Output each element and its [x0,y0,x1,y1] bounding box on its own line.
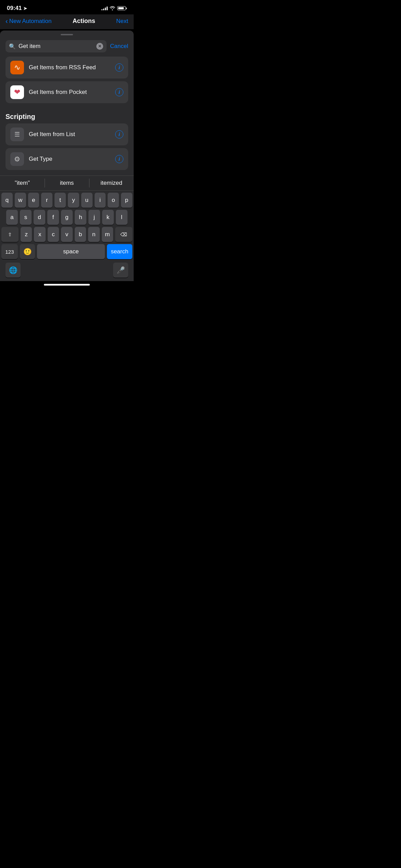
sheet-handle [0,31,134,37]
autocomplete-suggestion-2[interactable]: items [45,176,89,190]
bottom-keyboard-row: 🌐 🎤 [0,261,134,281]
search-input[interactable] [19,43,94,50]
key-f[interactable]: f [47,210,59,225]
keyboard-row-2: a s d f g h j k l [0,208,134,225]
key-i[interactable]: i [95,193,106,208]
results-list: ∿ Get Items from RSS Feed i ❤ Get Items … [0,57,134,109]
key-c[interactable]: c [48,227,59,242]
autocomplete-suggestion-3[interactable]: itemized [89,176,134,190]
key-x[interactable]: x [34,227,45,242]
cancel-button[interactable]: Cancel [110,43,128,50]
list-item[interactable]: ☰ Get Item from List i [5,123,128,145]
gear-icon: ⚙ [14,155,20,163]
gear-app-icon: ⚙ [10,152,24,166]
key-s[interactable]: s [20,210,32,225]
emoji-key[interactable]: 🙂 [20,244,35,259]
pocket-app-icon: ❤ [10,85,24,99]
search-key[interactable]: search [107,244,132,259]
search-icon: 🔍 [9,43,16,50]
location-icon: ➤ [23,6,27,11]
globe-icon[interactable]: 🌐 [5,263,21,278]
page-title: Actions [73,17,95,25]
autocomplete-suggestion-1[interactable]: "item" [0,176,45,190]
pocket-icon: ❤ [14,88,20,97]
microphone-icon[interactable]: 🎤 [113,263,128,278]
keyboard: q w e r t y u i o p a s d f g h j k l ⇧ … [0,191,134,281]
key-e[interactable]: e [28,193,39,208]
keyboard-row-4: 123 🙂 space search [0,242,134,261]
key-d[interactable]: d [34,210,45,225]
nav-header: ‹ New Automation Actions Next [0,14,134,29]
list-icon: ☰ [14,131,20,138]
search-bar: 🔍 ✕ Cancel [0,37,134,57]
key-j[interactable]: j [88,210,100,225]
keyboard-row-3: ⇧ z x c v b n m ⌫ [0,225,134,242]
chevron-left-icon: ‹ [5,17,8,25]
home-indicator [0,281,134,287]
action-label: Get Items from RSS Feed [29,64,115,71]
rss-app-icon: ∿ [10,61,24,74]
keyboard-row-1: q w e r t y u i o p [0,191,134,208]
status-time: 09:41 ➤ [7,5,27,12]
status-icons [101,6,127,10]
action-sheet: 🔍 ✕ Cancel ∿ Get Items from RSS Feed i ❤… [0,31,134,176]
search-input-wrapper[interactable]: 🔍 ✕ [5,40,107,52]
status-bar: 09:41 ➤ [0,0,134,14]
key-r[interactable]: r [41,193,52,208]
rss-icon: ∿ [14,63,20,72]
key-p[interactable]: p [121,193,132,208]
signal-icon [101,6,108,10]
action-label: Get Item from List [29,131,115,138]
scripting-list: ☰ Get Item from List i ⚙ Get Type i [0,123,134,176]
key-v[interactable]: v [61,227,72,242]
key-o[interactable]: o [108,193,119,208]
key-k[interactable]: k [102,210,114,225]
key-n[interactable]: n [88,227,99,242]
home-bar [44,284,90,286]
back-button[interactable]: ‹ New Automation [5,17,51,25]
key-y[interactable]: y [68,193,79,208]
battery-icon [117,6,127,10]
info-button[interactable]: i [115,63,123,72]
info-button[interactable]: i [115,130,123,138]
autocomplete-bar: "item" items itemized [0,176,134,191]
key-l[interactable]: l [116,210,127,225]
key-w[interactable]: w [15,193,26,208]
list-item[interactable]: ⚙ Get Type i [5,148,128,170]
space-key[interactable]: space [37,244,105,259]
next-button[interactable]: Next [116,18,128,25]
list-item[interactable]: ∿ Get Items from RSS Feed i [5,57,128,79]
key-t[interactable]: t [54,193,66,208]
key-h[interactable]: h [75,210,86,225]
time-display: 09:41 [7,5,22,12]
list-item[interactable]: ❤ Get Items from Pocket i [5,81,128,103]
shift-key[interactable]: ⇧ [1,227,19,242]
key-u[interactable]: u [81,193,93,208]
info-button[interactable]: i [115,155,123,163]
key-g[interactable]: g [61,210,73,225]
backspace-key[interactable]: ⌫ [115,227,132,242]
info-button[interactable]: i [115,88,123,96]
action-label: Get Items from Pocket [29,89,115,96]
scripting-section-header: Scripting [0,109,134,123]
key-m[interactable]: m [102,227,113,242]
list-app-icon: ☰ [10,128,24,141]
clear-search-button[interactable]: ✕ [96,43,103,50]
key-b[interactable]: b [75,227,86,242]
numbers-key[interactable]: 123 [1,244,18,259]
key-a[interactable]: a [6,210,18,225]
drag-handle [61,34,73,35]
key-z[interactable]: z [21,227,32,242]
key-q[interactable]: q [1,193,13,208]
action-label: Get Type [29,156,115,162]
wifi-icon [110,6,115,10]
back-label: New Automation [9,18,52,25]
